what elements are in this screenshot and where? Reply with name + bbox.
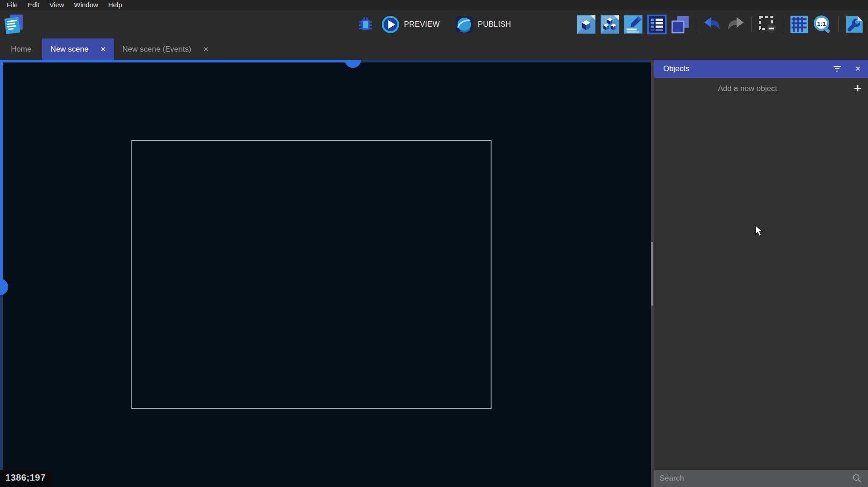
vertical-scrollbar[interactable] — [0, 286, 3, 487]
svg-text:1:1: 1:1 — [817, 20, 826, 27]
app-window: File Edit View Window Help — [0, 0, 868, 487]
objects-editor-button[interactable] — [576, 14, 596, 34]
search-input[interactable] — [660, 474, 852, 483]
redo-button[interactable] — [725, 14, 746, 34]
horizontal-scrollbar[interactable] — [0, 60, 353, 62]
horizontal-scrollbar[interactable] — [353, 60, 651, 62]
add-new-object-label: Add a new object — [654, 78, 841, 100]
objects-search-bar — [654, 470, 868, 487]
toolbar-separator — [838, 17, 839, 32]
tab-new-scene-events[interactable]: New scene (Events) ✕ — [114, 38, 217, 60]
main-toolbar: PREVIEW PUBLISH — [0, 10, 868, 38]
vertical-scrollbar[interactable] — [0, 60, 3, 286]
layers-icon — [670, 14, 690, 34]
debug-button[interactable] — [357, 14, 374, 35]
objects-list-empty-area — [654, 100, 868, 470]
project-manager-button[interactable] — [4, 14, 24, 34]
undo-button[interactable] — [702, 14, 722, 34]
objects-panel-header: Objects ✕ — [654, 60, 868, 78]
tab-new-scene-events-label: New scene (Events) — [122, 45, 191, 54]
tab-new-scene[interactable]: New scene ✕ — [42, 38, 114, 60]
publish-button[interactable]: PUBLISH — [455, 14, 511, 35]
toggle-grid-button[interactable] — [789, 14, 809, 34]
debug-bug-icon — [357, 16, 374, 33]
toolbar-separator — [696, 17, 696, 32]
tab-home[interactable]: Home — [0, 38, 42, 60]
menu-item-help[interactable]: Help — [103, 0, 127, 10]
objects-icon — [576, 14, 596, 34]
add-new-object-row[interactable]: Add a new object + — [654, 78, 868, 100]
publish-globe-icon — [455, 15, 473, 33]
deselect-all-button[interactable] — [757, 14, 777, 34]
objects-panel-title: Objects — [663, 64, 833, 73]
instances-list-icon — [647, 14, 667, 34]
publish-label: PUBLISH — [478, 20, 511, 29]
panel-resize-divider[interactable] — [651, 60, 654, 487]
scene-editor-canvas[interactable]: 1386;197 — [0, 60, 651, 487]
properties-pencil-icon — [623, 14, 643, 34]
toolbar-separator — [783, 17, 783, 32]
properties-button[interactable] — [623, 14, 643, 34]
editor-tab-bar: Home New scene ✕ New scene (Events) ✕ — [0, 38, 868, 60]
filter-icon[interactable] — [833, 66, 841, 72]
toolbar-right-group: 1:1 — [576, 10, 864, 38]
cursor-coordinates-readout: 1386;197 — [0, 470, 53, 487]
zoom-one-to-one-button[interactable]: 1:1 — [812, 14, 833, 34]
preview-play-icon — [381, 15, 400, 33]
game-resolution-frame — [131, 140, 492, 409]
mouse-cursor — [754, 225, 765, 237]
deselect-icon — [757, 14, 777, 34]
objects-panel: Objects ✕ Add a new object + — [654, 60, 868, 487]
undo-icon — [702, 14, 722, 34]
menu-item-window[interactable]: Window — [69, 0, 103, 10]
close-tab-icon[interactable]: ✕ — [203, 46, 209, 53]
canvas-right-scroll-thumb[interactable] — [651, 242, 653, 306]
toolbar-center-group: PREVIEW PUBLISH — [357, 10, 511, 38]
instances-list-button[interactable] — [646, 14, 667, 34]
menu-item-view[interactable]: View — [44, 0, 69, 10]
project-manager-icon — [4, 14, 24, 34]
tab-new-scene-label: New scene — [50, 45, 88, 54]
preview-button[interactable]: PREVIEW — [381, 14, 440, 35]
close-tab-icon[interactable]: ✕ — [100, 46, 106, 53]
vertical-scroll-thumb[interactable] — [0, 279, 8, 295]
menu-bar: File Edit View Window Help — [0, 0, 868, 10]
grid-icon — [789, 14, 809, 34]
plus-icon[interactable]: + — [854, 81, 862, 95]
scene-settings-wrench-icon — [844, 14, 864, 34]
object-groups-icon — [600, 14, 620, 34]
horizontal-scroll-thumb[interactable] — [345, 60, 361, 68]
layers-editor-button[interactable] — [670, 14, 690, 34]
menu-item-file[interactable]: File — [2, 0, 23, 10]
search-icon — [852, 473, 863, 484]
toolbar-separator — [751, 17, 752, 32]
preview-label: PREVIEW — [404, 20, 440, 29]
redo-icon — [726, 14, 746, 34]
scene-settings-button[interactable] — [844, 14, 864, 34]
close-panel-icon[interactable]: ✕ — [855, 65, 861, 73]
menu-item-edit[interactable]: Edit — [23, 0, 44, 10]
tab-home-label: Home — [11, 45, 31, 54]
zoom-1-1-icon: 1:1 — [813, 14, 833, 34]
object-groups-button[interactable] — [599, 14, 620, 34]
